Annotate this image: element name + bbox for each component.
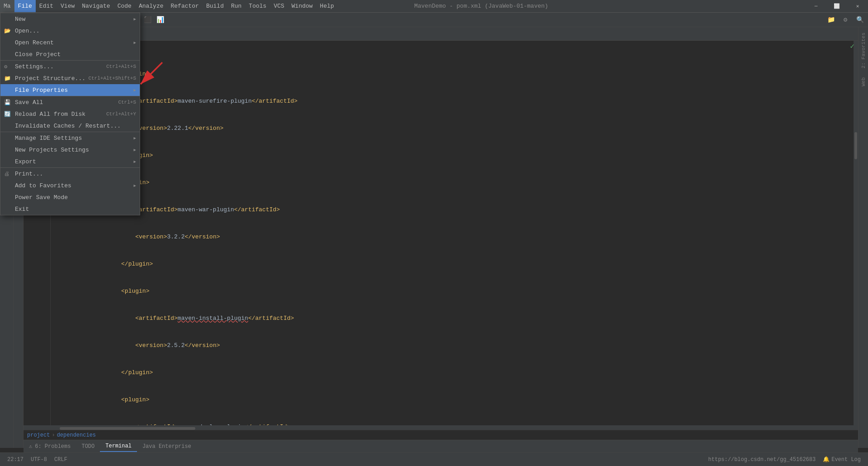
menu-item-code[interactable]: Code bbox=[114, 0, 135, 12]
code-line: </plugin> bbox=[54, 359, 854, 368]
url-label[interactable]: https://blog.csdn.net/gg_45162683 bbox=[705, 456, 820, 463]
new-projects-label: New Projects Settings bbox=[15, 147, 89, 153]
editor-area: 61 62 63 64 65 66 67 68 <plugin> <artifa… bbox=[24, 41, 858, 452]
validation-check-icon: ✓ bbox=[850, 42, 854, 51]
favorites-tab[interactable]: 2: Favorites bbox=[859, 29, 868, 72]
menu-item-window[interactable]: Window bbox=[288, 0, 316, 12]
project-structure-shortcut: Ctrl+Alt+Shift+S bbox=[88, 76, 136, 81]
menu-item-build[interactable]: Build bbox=[203, 0, 227, 12]
settings-label: Settings... bbox=[15, 63, 54, 70]
event-log-label: Event Log bbox=[831, 456, 861, 463]
menu-close-project[interactable]: Close Project bbox=[0, 48, 140, 60]
menu-print[interactable]: 🖨 Print... bbox=[0, 168, 140, 180]
reload-all-shortcut: Ctrl+Alt+Y bbox=[106, 111, 136, 117]
reload-all-label: Reload All from Disk bbox=[15, 111, 85, 118]
line-separator[interactable]: CRLF bbox=[51, 456, 71, 463]
menu-export[interactable]: Export bbox=[0, 156, 140, 167]
window-title: MavenDemo - pom.xml (JavaWeb-01-maven) bbox=[414, 3, 548, 10]
edit-label: Edit bbox=[39, 3, 53, 10]
project-structure-label: Project Structure... bbox=[15, 75, 85, 82]
run-label: Run bbox=[231, 3, 241, 10]
todo-tab[interactable]: TODO bbox=[76, 442, 100, 452]
breadcrumb-project[interactable]: project bbox=[27, 432, 50, 438]
file-label: File bbox=[18, 3, 32, 10]
power-save-label: Power Save Mode bbox=[15, 194, 68, 201]
menu-item-file[interactable]: File bbox=[14, 0, 36, 12]
url-text: https://blog.csdn.net/gg_45162683 bbox=[708, 456, 816, 463]
code-label: Code bbox=[118, 3, 132, 10]
cursor-position[interactable]: 22:17 bbox=[4, 456, 27, 463]
status-bar: 22:17 UTF-8 CRLF https://blog.csdn.net/g… bbox=[0, 452, 868, 466]
menu-invalidate-caches[interactable]: Invalidate Caches / Restart... bbox=[0, 120, 140, 132]
menu-item-navigate[interactable]: Navigate bbox=[78, 0, 113, 12]
breadcrumb-dependencies[interactable]: dependencies bbox=[57, 432, 96, 438]
event-log[interactable]: 🔔 Event Log bbox=[819, 456, 864, 463]
code-line: <artifactId>maven-install-plugin</artifa… bbox=[54, 305, 854, 314]
vertical-scrollbar[interactable] bbox=[854, 41, 858, 430]
problems-label: 6: Problems bbox=[35, 443, 71, 450]
refactor-label: Refactor bbox=[171, 3, 199, 10]
horizontal-scrollbar[interactable] bbox=[24, 425, 854, 430]
menu-project-structure[interactable]: 📁 Project Structure... Ctrl+Alt+Shift+S bbox=[0, 72, 140, 84]
menu-new-projects[interactable]: New Projects Settings bbox=[0, 144, 140, 156]
todo-label: TODO bbox=[81, 443, 94, 450]
menu-settings[interactable]: ⚙ Settings... Ctrl+Alt+S bbox=[0, 61, 140, 72]
terminal-tab[interactable]: Terminal bbox=[100, 441, 137, 452]
menu-add-favorites[interactable]: Add to Favorites bbox=[0, 180, 140, 191]
close-project-label: Close Project bbox=[15, 51, 61, 58]
bottom-tabs: ⚠ 6: Problems TODO Terminal Java Enterpr… bbox=[24, 440, 858, 452]
menu-item-edit[interactable]: Edit bbox=[36, 0, 57, 12]
minimize-button[interactable]: ─ bbox=[806, 0, 826, 12]
maximize-button[interactable]: ⬜ bbox=[826, 0, 847, 12]
ma-label: Ma bbox=[4, 3, 11, 10]
menu-exit[interactable]: Exit bbox=[0, 203, 140, 215]
code-editor[interactable]: <plugin> <artifactId>maven-surefire-plug… bbox=[51, 41, 858, 452]
project-structure-button[interactable]: 📁 bbox=[825, 14, 837, 26]
java-enterprise-tab[interactable]: Java Enterprise bbox=[137, 442, 197, 452]
code-line: <version>2.5.2</version> bbox=[54, 332, 854, 341]
menu-open[interactable]: 📂 Open... bbox=[0, 25, 140, 37]
search-everywhere-button[interactable]: 🔍 bbox=[854, 14, 866, 26]
new-label: New bbox=[15, 16, 25, 23]
save-all-shortcut: Ctrl+S bbox=[118, 100, 136, 105]
settings-button[interactable]: ⚙ bbox=[839, 14, 852, 26]
encoding-selector[interactable]: UTF-8 bbox=[27, 456, 51, 463]
code-line: <artifactId>maven-deploy-plugin</artifac… bbox=[54, 414, 854, 423]
coverage-button[interactable]: 📊 bbox=[154, 14, 167, 26]
analyze-label: Analyze bbox=[139, 3, 164, 10]
event-log-icon: 🔔 bbox=[823, 456, 830, 463]
menu-new[interactable]: New bbox=[0, 13, 140, 25]
menu-item-vcs[interactable]: VCS bbox=[270, 0, 288, 12]
file-menu: New 📂 Open... Open Recent Close Project … bbox=[0, 13, 140, 215]
menu-reload-all[interactable]: 🔄 Reload All from Disk Ctrl+Alt+Y bbox=[0, 108, 140, 120]
menu-item-analyze[interactable]: Analyze bbox=[135, 0, 167, 12]
build-label: Build bbox=[206, 3, 224, 10]
menu-item-view[interactable]: View bbox=[57, 0, 78, 12]
right-toolbar: 📁 ⚙ 🔍 bbox=[825, 14, 866, 26]
open-recent-label: Open Recent bbox=[15, 39, 54, 46]
menu-power-save[interactable]: Power Save Mode bbox=[0, 191, 140, 203]
window-label: Window bbox=[292, 3, 313, 10]
menu-manage-ide[interactable]: Manage IDE Settings bbox=[0, 132, 140, 144]
code-line: </plugin> bbox=[54, 142, 854, 151]
web-tab[interactable]: Web bbox=[859, 74, 868, 90]
menu-item-refactor[interactable]: Refactor bbox=[167, 0, 203, 12]
menu-bar: Ma File Edit View Navigate Code Analyze … bbox=[0, 0, 868, 13]
navigate-label: Navigate bbox=[82, 3, 110, 10]
close-button[interactable]: ✕ bbox=[847, 0, 868, 12]
open-label: Open... bbox=[15, 28, 40, 34]
menu-save-all[interactable]: 💾 Save All Ctrl+S bbox=[0, 96, 140, 108]
menu-item-help[interactable]: Help bbox=[316, 0, 338, 12]
save-all-label: Save All bbox=[15, 99, 43, 106]
hscroll-thumb[interactable] bbox=[60, 427, 195, 430]
menu-item-ma[interactable]: Ma bbox=[0, 0, 14, 12]
view-label: View bbox=[61, 3, 75, 10]
problems-tab[interactable]: ⚠ 6: Problems bbox=[24, 441, 76, 452]
stop-button[interactable]: ⬛ bbox=[142, 14, 154, 26]
menu-file-properties[interactable]: File Properties bbox=[0, 84, 140, 96]
menu-open-recent[interactable]: Open Recent bbox=[0, 37, 140, 48]
menu-item-run[interactable]: Run bbox=[227, 0, 245, 12]
print-label: Print... bbox=[15, 171, 43, 177]
vscroll-thumb[interactable] bbox=[854, 132, 857, 159]
menu-item-tools[interactable]: Tools bbox=[245, 0, 270, 12]
